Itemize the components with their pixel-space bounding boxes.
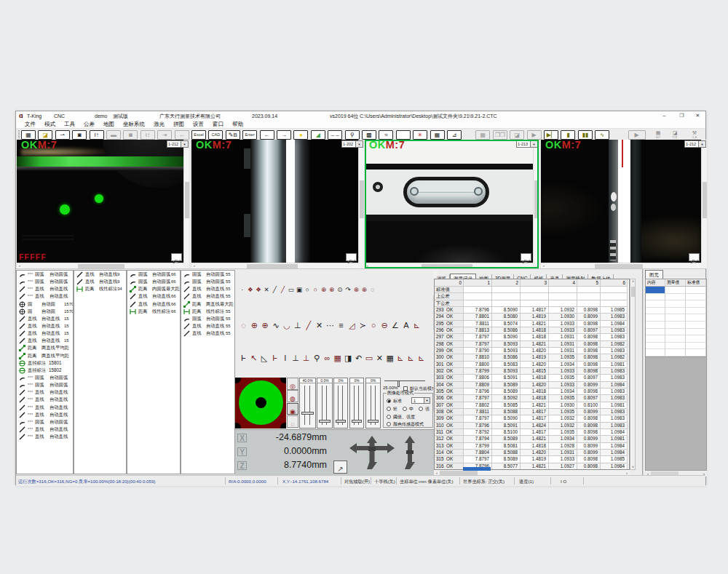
tool-icon[interactable]: ◺ [259,353,269,364]
camera-hscrollbar[interactable]: ‹ [191,263,358,268]
scrollbar-thumb[interactable] [185,182,189,218]
camera-vscrollbar[interactable] [183,140,189,263]
tool-icon[interactable]: Ⱶ [269,353,280,364]
menu-item[interactable]: 工具 [60,121,79,128]
grid-data-row[interactable]: 295 OK7.88118.50741.48211.09330.80981.09… [435,321,629,327]
excel-export-button[interactable]: Excel [191,130,206,140]
scroll-down-icon[interactable]: ˅ [630,465,636,469]
panel-row[interactable] [646,308,706,315]
tool-icon[interactable]: ↶ [353,353,363,364]
tool-icon[interactable]: ⊾ [411,320,422,331]
ibeam-up-button[interactable]: I↑ [90,130,104,140]
camera-vscrollbar[interactable] [358,140,364,263]
tool-icon[interactable]: ▭ [364,353,374,364]
grid-data-row[interactable]: 297 OK7.87978.50901.48181.09310.80981.09… [435,334,629,340]
chevron-down-icon[interactable]: ▼ [531,140,538,148]
light-slider-2[interactable]: 0.0% [317,378,333,428]
camera-view-3[interactable]: OKM:71-213▼‹ [365,140,539,268]
enter-button[interactable]: Enter [242,130,257,140]
grid-data-row[interactable]: 296 OK7.88138.50861.48181.09330.80971.09… [435,327,629,334]
grid-data-row[interactable]: 304 OK7.88098.50891.48201.09330.80991.09… [435,382,629,388]
level-radio[interactable] [419,407,423,411]
grid-data-row[interactable]: 293 OK7.87968.50901.48171.09320.80981.09… [435,307,629,314]
element-list-item[interactable]: ***圆弧自动圆弧 [17,271,73,278]
element-list-item[interactable]: 直线自动直线15 [17,322,73,330]
rect-step-button[interactable]: ⇥ [157,130,172,140]
element-list-item[interactable]: 距离线性标注55 [181,308,234,315]
open-disabled-button[interactable]: ◪ [510,130,524,140]
panel-row[interactable] [646,343,706,350]
menu-item[interactable]: 地图 [99,121,119,128]
light-slider-4[interactable]: 0% [349,378,364,428]
jog-mode-button[interactable]: ↗ [333,461,347,474]
level-radio[interactable] [403,407,407,411]
grid-data-row[interactable]: 312 OK7.87948.50891.48211.09340.80991.09… [435,436,629,442]
tool-icon[interactable]: ▣ [295,285,303,294]
camera-image[interactable] [17,140,183,263]
blank-button[interactable] [396,130,411,140]
panel-row[interactable] [646,329,706,336]
ring-light-off-button[interactable]: ◌ [287,415,298,428]
tool-icon[interactable]: ≡ [336,320,347,331]
element-list-3[interactable]: 圆弧自动圆弧66圆弧自动圆弧66距离内圆弧最大距直线自动直线66直线自动直线66… [127,270,181,474]
save-stack-button[interactable]: ▦保存 [651,130,665,140]
save-file-button[interactable]: ▦ [21,130,36,140]
grid-data-row[interactable]: 307 OK7.88028.50851.48211.09300.81001.09… [435,402,629,409]
tool-icon[interactable]: ↷ [344,285,352,294]
element-list-item[interactable]: ***直线自动直线 [17,404,73,411]
zoom-tool-button[interactable]: ⚲ [345,130,360,140]
slider-thumb[interactable] [352,420,362,423]
menu-item[interactable]: 窗口 [208,121,228,128]
grid-data-row[interactable]: 309 OK7.87978.50901.48171.09320.80981.09… [435,415,629,422]
camera-hscrollbar[interactable]: ‹ [365,263,533,268]
element-list-item[interactable]: 距离线性标注34 [74,285,126,292]
tool-icon[interactable]: ⋯ [325,320,336,331]
element-list-item[interactable]: ***直线自动直线 [17,433,73,440]
grid-column-header[interactable]: 4 [549,279,577,287]
tool-icon[interactable]: ⊕ [320,285,328,294]
master-slider[interactable] [384,380,425,381]
element-list-item[interactable]: ***直线自动直线 [17,285,73,292]
xy-jog-arrows-icon[interactable] [349,436,397,469]
solid-rect-button[interactable]: ▬ [106,130,121,140]
element-list-item[interactable]: 距离两直线平均距 [17,352,73,359]
scroll-left-icon[interactable]: ‹ [17,263,23,268]
tool-icon[interactable]: ◿ [347,320,357,331]
element-list-item[interactable]: 直线自动直线9 [74,278,126,285]
arrow-right-button[interactable]: → [277,130,291,140]
panel-splitter[interactable] [642,269,644,482]
open-file-button[interactable]: ◪ [38,130,52,140]
lamp-button[interactable]: ● [293,130,308,140]
element-list-item[interactable]: 直线自动直线55 [181,322,234,330]
camera-hscrollbar[interactable]: ‹ [17,263,183,268]
tool-icon[interactable]: ◌ [238,320,249,331]
element-list-item[interactable]: 直线自动直线66 [127,292,180,300]
scroll-left-icon[interactable]: ‹ [365,263,371,268]
camera-view-2[interactable]: OKM:71-202▼‹ [191,140,364,268]
element-list-item[interactable]: ***直线自动直线 [17,388,73,396]
tab-element[interactable]: 图元 [645,270,663,279]
maximize-button[interactable]: ❐ [677,111,687,120]
camera-view-4[interactable]: OKM:71-212▼‹ [541,140,707,268]
camera-vscrollbar[interactable] [533,140,539,263]
tool-icon[interactable]: ╱ [279,285,287,294]
camera-grip-icon[interactable] [171,253,182,261]
camera-selector-dropdown[interactable]: 1-202▼ [341,140,363,148]
element-list-item[interactable]: ***圆弧自动圆弧 [17,374,73,381]
scroll-left-icon[interactable]: ‹ [191,263,197,268]
wave-button[interactable]: ≈ [379,130,393,140]
run-button[interactable]: ϟ [595,130,609,140]
element-list-item[interactable]: ***直线自动直线 [17,292,73,300]
slider-thumb[interactable] [319,420,331,423]
grid-column-header[interactable]: 2 [492,279,521,287]
panel-row[interactable] [646,335,706,343]
ibeam-updown-button[interactable]: I↕ [141,130,155,140]
ring-light-segment-button[interactable]: ◉ [287,403,298,415]
light-slider-3[interactable]: 0% [333,378,348,428]
play-to-end-button[interactable]: ▶▏ [544,130,558,140]
matrix-button[interactable]: ▦ [430,130,445,140]
element-list-item[interactable]: 距离两直线最大距 [181,300,234,308]
light-slider-1[interactable]: 40.0% [299,378,316,428]
sign-report-button[interactable]: ✎B [226,130,240,140]
tool-icon[interactable]: ❖ [254,285,262,294]
